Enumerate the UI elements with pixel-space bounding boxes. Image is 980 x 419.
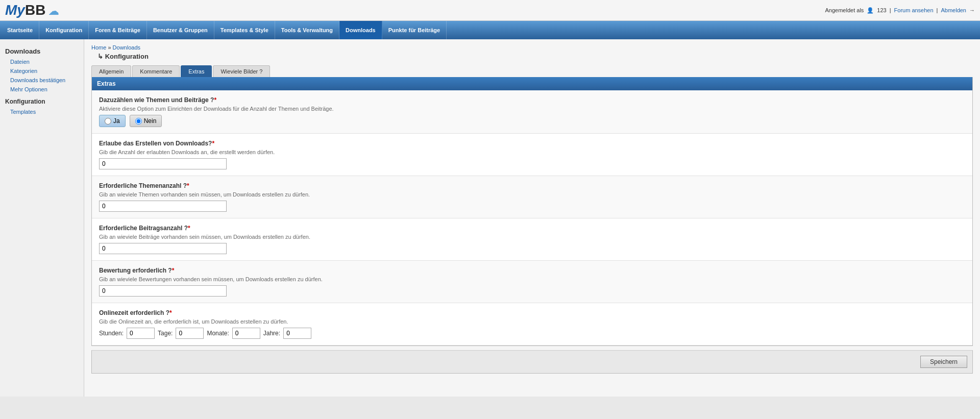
username: 123 — [877, 7, 886, 13]
form-area: Extras Dazuzählen wie Themen und Beiträg… — [91, 77, 973, 346]
field1-required: * — [214, 96, 216, 104]
page-header-title: Konfiguration — [105, 53, 149, 60]
field4-input[interactable] — [99, 243, 227, 254]
sidebar-item-dateien[interactable]: Dateien — [0, 57, 84, 66]
separator2: | — [937, 7, 938, 13]
sidebar-item-bestaetigen[interactable]: Downloads bestätigen — [0, 76, 84, 85]
tabs: Allgemein Kommentare Extras Wieviele Bil… — [91, 65, 973, 77]
logo-bb: BB — [25, 2, 45, 18]
user-icon: 👤 — [867, 7, 874, 14]
form-row-themenanzahl: Erforderliche Themenanzahl ?* Gib an wie… — [92, 176, 972, 218]
field6-desc: Gib die Onlinezeit an, die erforderlich … — [99, 318, 965, 325]
logo-icon: ☁ — [45, 6, 59, 17]
radio-group-dazuzaehlen: Ja Nein — [99, 115, 965, 127]
field6-required: * — [169, 309, 172, 316]
save-button[interactable]: Speichern — [920, 356, 967, 368]
field2-required: * — [212, 140, 214, 147]
field2-input[interactable] — [99, 158, 227, 169]
radio-nein-label: Nein — [144, 117, 157, 125]
field5-input[interactable] — [99, 285, 227, 297]
field2-label: Erlaube das Erstellen von Downloads?* — [99, 140, 965, 147]
field3-required: * — [187, 182, 189, 189]
radio-nein-input[interactable] — [135, 118, 142, 125]
field1-label: Dazuzählen wie Themen und Beiträge ?* — [99, 96, 965, 104]
breadcrumb: Home » Downloads — [91, 44, 973, 51]
sidebar-item-templates[interactable]: Templates — [0, 107, 84, 116]
nav-downloads[interactable]: Downloads — [339, 21, 382, 39]
jahre-input[interactable] — [283, 328, 311, 339]
sidebar: Downloads Dateien Kategorien Downloads b… — [0, 39, 84, 397]
form-row-onlinezeit: Onlinezeit erforderlich ?* Gib die Onlin… — [92, 303, 972, 346]
tage-input[interactable] — [176, 328, 204, 339]
logo: MyBB ☁ — [5, 2, 59, 18]
radio-ja-label: Ja — [113, 117, 120, 125]
sidebar-section2-title: Konfiguration — [0, 94, 84, 107]
radio-ja[interactable]: Ja — [99, 115, 126, 127]
tab-kommentare[interactable]: Kommentare — [132, 65, 180, 77]
nav-foren[interactable]: Foren & Beiträge — [89, 21, 147, 39]
field1-desc: Aktiviere diese Option zum Einrichten de… — [99, 106, 965, 112]
field2-desc: Gib die Anzahl der erlaubten Downloads a… — [99, 149, 965, 155]
radio-ja-input[interactable] — [105, 118, 111, 125]
field3-input[interactable] — [99, 201, 227, 212]
field6-label: Onlinezeit erforderlich ?* — [99, 309, 965, 316]
radio-nein[interactable]: Nein — [130, 115, 162, 127]
user-info: Angemeldet als 👤 123 | Forum ansehen | A… — [825, 7, 975, 14]
field5-label: Bewertung erforderlich ?* — [99, 267, 965, 274]
save-area: Speichern — [91, 350, 973, 374]
field3-label: Erforderliche Themenanzahl ?* — [99, 182, 965, 189]
forum-link[interactable]: Forum ansehen — [894, 7, 934, 13]
sidebar-section1-title: Downloads — [0, 44, 84, 57]
form-row-bewertung: Bewertung erforderlich ?* Gib an wieviel… — [92, 261, 972, 303]
breadcrumb-sep1: » — [108, 44, 112, 51]
form-row-beitragsanzahl: Erforderliche Beitragsanzahl ?* Gib an w… — [92, 218, 972, 261]
main-layout: Downloads Dateien Kategorien Downloads b… — [0, 39, 980, 397]
monate-input[interactable] — [232, 328, 260, 339]
breadcrumb-section[interactable]: Downloads — [113, 44, 140, 51]
logout-link[interactable]: Abmelden — [941, 7, 966, 13]
page-header-arrow: ↳ — [97, 53, 103, 60]
field4-label: Erforderliche Beitragsanzahl ?* — [99, 225, 965, 232]
onlinezeit-inputs: Stunden: Tage: Monate: Jahre: — [99, 328, 965, 339]
stunden-label: Stunden: — [99, 330, 124, 337]
nav-startseite[interactable]: Startseite — [1, 21, 39, 39]
form-row-dazuzaehlen: Dazuzählen wie Themen und Beiträge ?* Ak… — [92, 90, 972, 134]
logout-arrow: → — [969, 7, 975, 13]
sidebar-item-kategorien[interactable]: Kategorien — [0, 66, 84, 76]
field5-required: * — [172, 267, 175, 274]
sidebar-item-mehr[interactable]: Mehr Optionen — [0, 85, 84, 94]
separator1: | — [890, 7, 891, 13]
field4-required: * — [188, 225, 190, 232]
jahre-label: Jahre: — [263, 330, 280, 337]
nav-punkte[interactable]: Punkte für Beiträge — [382, 21, 447, 39]
logo-area: MyBB ☁ — [5, 2, 59, 18]
monate-label: Monate: — [207, 330, 229, 337]
content: Home » Downloads ↳ Konfiguration Allgeme… — [84, 39, 980, 397]
field4-desc: Gib an wieviele Beiträge vorhanden sein … — [99, 234, 965, 240]
form-section-header: Extras — [92, 77, 972, 90]
field3-desc: Gib an wieviele Themen vorhanden sein mü… — [99, 191, 965, 198]
tab-bilder[interactable]: Wieviele Bilder ? — [213, 65, 270, 77]
field5-desc: Gib an wieviele Bewertungen vorhanden se… — [99, 276, 965, 282]
nav-benutzer[interactable]: Benutzer & Gruppen — [147, 21, 214, 39]
tab-allgemein[interactable]: Allgemein — [91, 65, 131, 77]
form-row-erlaube: Erlaube das Erstellen von Downloads?* Gi… — [92, 134, 972, 176]
stunden-input[interactable] — [127, 328, 155, 339]
breadcrumb-home[interactable]: Home — [91, 44, 106, 51]
logo-my: My — [5, 2, 25, 18]
topbar: MyBB ☁ Angemeldet als 👤 123 | Forum anse… — [0, 0, 980, 21]
nav-templates[interactable]: Templates & Style — [214, 21, 275, 39]
page-header: ↳ Konfiguration — [91, 53, 973, 60]
tage-label: Tage: — [158, 330, 173, 337]
tab-extras[interactable]: Extras — [181, 65, 212, 77]
nav-tools[interactable]: Tools & Verwaltung — [275, 21, 339, 39]
nav-konfiguration[interactable]: Konfiguration — [39, 21, 89, 39]
logged-in-label: Angemeldet als — [825, 7, 864, 13]
navbar: Startseite Konfiguration Foren & Beiträg… — [0, 21, 980, 39]
